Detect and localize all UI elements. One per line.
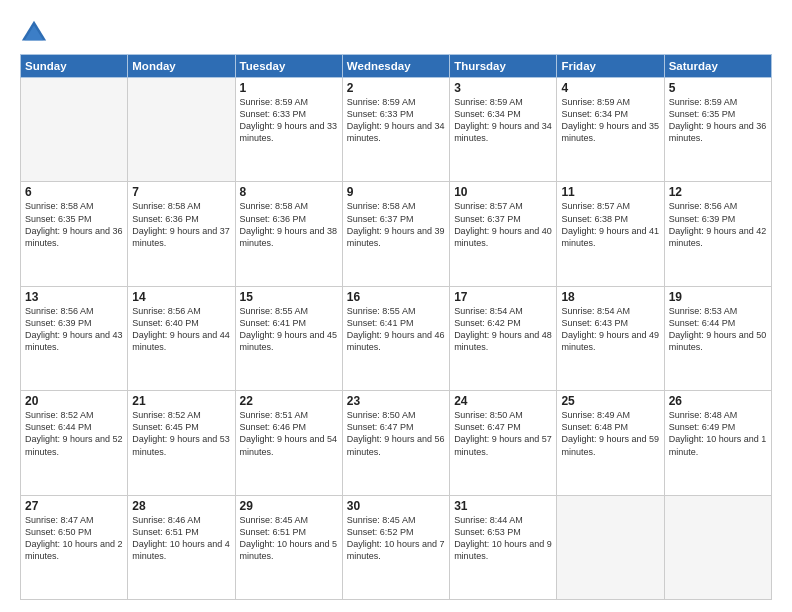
cell-info: Sunrise: 8:51 AM Sunset: 6:46 PM Dayligh…: [240, 409, 338, 458]
cell-info: Sunrise: 8:47 AM Sunset: 6:50 PM Dayligh…: [25, 514, 123, 563]
cell-info: Sunrise: 8:57 AM Sunset: 6:37 PM Dayligh…: [454, 200, 552, 249]
day-number: 11: [561, 185, 659, 199]
calendar-cell: 2Sunrise: 8:59 AM Sunset: 6:33 PM Daylig…: [342, 78, 449, 182]
day-number: 4: [561, 81, 659, 95]
cell-info: Sunrise: 8:58 AM Sunset: 6:35 PM Dayligh…: [25, 200, 123, 249]
weekday-header-wednesday: Wednesday: [342, 55, 449, 78]
cell-info: Sunrise: 8:46 AM Sunset: 6:51 PM Dayligh…: [132, 514, 230, 563]
calendar-cell: 31Sunrise: 8:44 AM Sunset: 6:53 PM Dayli…: [450, 495, 557, 599]
calendar-cell: 4Sunrise: 8:59 AM Sunset: 6:34 PM Daylig…: [557, 78, 664, 182]
cell-info: Sunrise: 8:49 AM Sunset: 6:48 PM Dayligh…: [561, 409, 659, 458]
calendar-cell: 15Sunrise: 8:55 AM Sunset: 6:41 PM Dayli…: [235, 286, 342, 390]
day-number: 31: [454, 499, 552, 513]
cell-info: Sunrise: 8:55 AM Sunset: 6:41 PM Dayligh…: [347, 305, 445, 354]
cell-info: Sunrise: 8:59 AM Sunset: 6:33 PM Dayligh…: [347, 96, 445, 145]
day-number: 9: [347, 185, 445, 199]
cell-info: Sunrise: 8:56 AM Sunset: 6:39 PM Dayligh…: [669, 200, 767, 249]
cell-info: Sunrise: 8:59 AM Sunset: 6:34 PM Dayligh…: [454, 96, 552, 145]
calendar-cell: 7Sunrise: 8:58 AM Sunset: 6:36 PM Daylig…: [128, 182, 235, 286]
cell-info: Sunrise: 8:58 AM Sunset: 6:37 PM Dayligh…: [347, 200, 445, 249]
logo: [20, 18, 50, 46]
day-number: 16: [347, 290, 445, 304]
day-number: 30: [347, 499, 445, 513]
calendar-cell: 19Sunrise: 8:53 AM Sunset: 6:44 PM Dayli…: [664, 286, 771, 390]
day-number: 18: [561, 290, 659, 304]
cell-info: Sunrise: 8:57 AM Sunset: 6:38 PM Dayligh…: [561, 200, 659, 249]
calendar-cell: 25Sunrise: 8:49 AM Sunset: 6:48 PM Dayli…: [557, 391, 664, 495]
cell-info: Sunrise: 8:50 AM Sunset: 6:47 PM Dayligh…: [347, 409, 445, 458]
day-number: 28: [132, 499, 230, 513]
day-number: 14: [132, 290, 230, 304]
day-number: 13: [25, 290, 123, 304]
day-number: 15: [240, 290, 338, 304]
day-number: 19: [669, 290, 767, 304]
day-number: 5: [669, 81, 767, 95]
calendar-cell: 9Sunrise: 8:58 AM Sunset: 6:37 PM Daylig…: [342, 182, 449, 286]
weekday-header-monday: Monday: [128, 55, 235, 78]
day-number: 8: [240, 185, 338, 199]
day-number: 24: [454, 394, 552, 408]
day-number: 27: [25, 499, 123, 513]
weekday-header-friday: Friday: [557, 55, 664, 78]
cell-info: Sunrise: 8:53 AM Sunset: 6:44 PM Dayligh…: [669, 305, 767, 354]
calendar-cell: 20Sunrise: 8:52 AM Sunset: 6:44 PM Dayli…: [21, 391, 128, 495]
day-number: 22: [240, 394, 338, 408]
calendar-cell: 1Sunrise: 8:59 AM Sunset: 6:33 PM Daylig…: [235, 78, 342, 182]
week-row-4: 20Sunrise: 8:52 AM Sunset: 6:44 PM Dayli…: [21, 391, 772, 495]
calendar-cell: 17Sunrise: 8:54 AM Sunset: 6:42 PM Dayli…: [450, 286, 557, 390]
calendar-cell: 30Sunrise: 8:45 AM Sunset: 6:52 PM Dayli…: [342, 495, 449, 599]
day-number: 21: [132, 394, 230, 408]
calendar-cell: 6Sunrise: 8:58 AM Sunset: 6:35 PM Daylig…: [21, 182, 128, 286]
calendar-cell: [128, 78, 235, 182]
day-number: 2: [347, 81, 445, 95]
cell-info: Sunrise: 8:56 AM Sunset: 6:39 PM Dayligh…: [25, 305, 123, 354]
cell-info: Sunrise: 8:52 AM Sunset: 6:44 PM Dayligh…: [25, 409, 123, 458]
day-number: 20: [25, 394, 123, 408]
calendar-cell: 5Sunrise: 8:59 AM Sunset: 6:35 PM Daylig…: [664, 78, 771, 182]
weekday-header-tuesday: Tuesday: [235, 55, 342, 78]
cell-info: Sunrise: 8:54 AM Sunset: 6:43 PM Dayligh…: [561, 305, 659, 354]
day-number: 26: [669, 394, 767, 408]
calendar-cell: 13Sunrise: 8:56 AM Sunset: 6:39 PM Dayli…: [21, 286, 128, 390]
day-number: 1: [240, 81, 338, 95]
weekday-header-thursday: Thursday: [450, 55, 557, 78]
week-row-1: 1Sunrise: 8:59 AM Sunset: 6:33 PM Daylig…: [21, 78, 772, 182]
cell-info: Sunrise: 8:45 AM Sunset: 6:51 PM Dayligh…: [240, 514, 338, 563]
calendar-cell: 28Sunrise: 8:46 AM Sunset: 6:51 PM Dayli…: [128, 495, 235, 599]
week-row-2: 6Sunrise: 8:58 AM Sunset: 6:35 PM Daylig…: [21, 182, 772, 286]
calendar-cell: 26Sunrise: 8:48 AM Sunset: 6:49 PM Dayli…: [664, 391, 771, 495]
calendar-cell: 18Sunrise: 8:54 AM Sunset: 6:43 PM Dayli…: [557, 286, 664, 390]
calendar-cell: 21Sunrise: 8:52 AM Sunset: 6:45 PM Dayli…: [128, 391, 235, 495]
cell-info: Sunrise: 8:48 AM Sunset: 6:49 PM Dayligh…: [669, 409, 767, 458]
calendar-cell: 14Sunrise: 8:56 AM Sunset: 6:40 PM Dayli…: [128, 286, 235, 390]
cell-info: Sunrise: 8:50 AM Sunset: 6:47 PM Dayligh…: [454, 409, 552, 458]
calendar-cell: 10Sunrise: 8:57 AM Sunset: 6:37 PM Dayli…: [450, 182, 557, 286]
day-number: 7: [132, 185, 230, 199]
calendar-cell: 27Sunrise: 8:47 AM Sunset: 6:50 PM Dayli…: [21, 495, 128, 599]
calendar-cell: 12Sunrise: 8:56 AM Sunset: 6:39 PM Dayli…: [664, 182, 771, 286]
day-number: 29: [240, 499, 338, 513]
cell-info: Sunrise: 8:58 AM Sunset: 6:36 PM Dayligh…: [132, 200, 230, 249]
day-number: 23: [347, 394, 445, 408]
calendar-cell: 22Sunrise: 8:51 AM Sunset: 6:46 PM Dayli…: [235, 391, 342, 495]
day-number: 17: [454, 290, 552, 304]
day-number: 12: [669, 185, 767, 199]
cell-info: Sunrise: 8:59 AM Sunset: 6:35 PM Dayligh…: [669, 96, 767, 145]
weekday-header-saturday: Saturday: [664, 55, 771, 78]
cell-info: Sunrise: 8:56 AM Sunset: 6:40 PM Dayligh…: [132, 305, 230, 354]
cell-info: Sunrise: 8:45 AM Sunset: 6:52 PM Dayligh…: [347, 514, 445, 563]
weekday-header-row: SundayMondayTuesdayWednesdayThursdayFrid…: [21, 55, 772, 78]
calendar-cell: 3Sunrise: 8:59 AM Sunset: 6:34 PM Daylig…: [450, 78, 557, 182]
cell-info: Sunrise: 8:58 AM Sunset: 6:36 PM Dayligh…: [240, 200, 338, 249]
cell-info: Sunrise: 8:54 AM Sunset: 6:42 PM Dayligh…: [454, 305, 552, 354]
calendar-table: SundayMondayTuesdayWednesdayThursdayFrid…: [20, 54, 772, 600]
weekday-header-sunday: Sunday: [21, 55, 128, 78]
day-number: 3: [454, 81, 552, 95]
cell-info: Sunrise: 8:59 AM Sunset: 6:34 PM Dayligh…: [561, 96, 659, 145]
calendar-cell: [664, 495, 771, 599]
week-row-3: 13Sunrise: 8:56 AM Sunset: 6:39 PM Dayli…: [21, 286, 772, 390]
day-number: 25: [561, 394, 659, 408]
cell-info: Sunrise: 8:52 AM Sunset: 6:45 PM Dayligh…: [132, 409, 230, 458]
calendar-cell: 11Sunrise: 8:57 AM Sunset: 6:38 PM Dayli…: [557, 182, 664, 286]
week-row-5: 27Sunrise: 8:47 AM Sunset: 6:50 PM Dayli…: [21, 495, 772, 599]
